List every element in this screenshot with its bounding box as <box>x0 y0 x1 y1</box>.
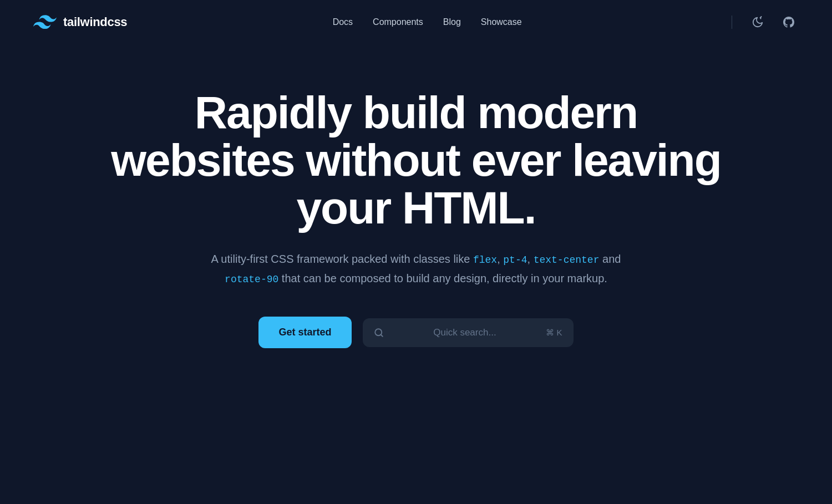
hero-subtitle: A utility-first CSS framework packed wit… <box>211 250 621 288</box>
tailwind-logo <box>33 14 57 30</box>
search-icon <box>374 328 384 338</box>
svg-line-1 <box>381 334 382 336</box>
nav-link-showcase[interactable]: Showcase <box>481 17 522 27</box>
subtitle-code-pt4: pt-4 <box>503 254 527 266</box>
search-bar[interactable]: Quick search... ⌘ K <box>363 318 574 347</box>
search-placeholder-text: Quick search... <box>390 327 540 338</box>
get-started-button[interactable]: Get started <box>258 317 351 348</box>
hero-title: Rapidly build modern websites without ev… <box>111 89 721 232</box>
nav-links: Docs Components Blog Showcase <box>333 17 522 27</box>
nav-link-blog[interactable]: Blog <box>443 17 461 27</box>
subtitle-code-textcenter: text-center <box>534 254 600 266</box>
hero-section: Rapidly build modern websites without ev… <box>0 44 832 348</box>
nav-divider <box>732 16 732 29</box>
github-link[interactable] <box>779 12 799 32</box>
subtitle-comma2: , <box>527 253 534 265</box>
theme-toggle-button[interactable] <box>748 12 768 32</box>
navbar: tailwindcss Docs Components Blog Showcas… <box>0 0 832 44</box>
hero-actions: Get started Quick search... ⌘ K <box>258 317 573 348</box>
github-icon <box>782 16 795 29</box>
subtitle-code-flex: flex <box>473 254 497 266</box>
subtitle-text-after: that can be composed to build any design… <box>278 272 607 284</box>
subtitle-code-rotate90: rotate-90 <box>225 274 278 285</box>
subtitle-text-before: A utility-first CSS framework packed wit… <box>211 253 473 265</box>
nav-link-docs[interactable]: Docs <box>333 17 353 27</box>
brand-name: tailwindcss <box>63 15 127 29</box>
subtitle-and: and <box>599 253 621 265</box>
moon-icon <box>752 16 764 28</box>
nav-link-components[interactable]: Components <box>373 17 423 27</box>
subtitle-comma1: , <box>497 253 503 265</box>
search-shortcut: ⌘ K <box>546 328 562 338</box>
nav-actions <box>727 12 799 32</box>
nav-brand: tailwindcss <box>33 14 127 30</box>
